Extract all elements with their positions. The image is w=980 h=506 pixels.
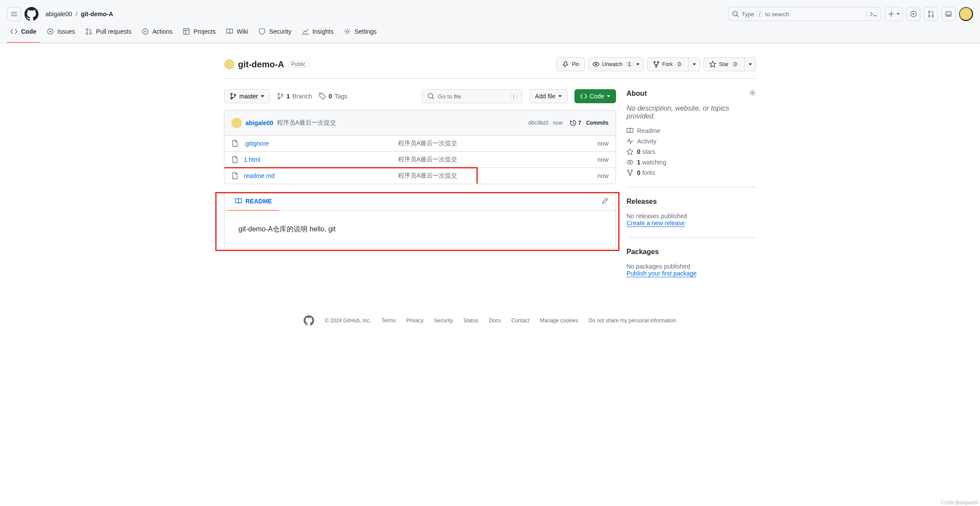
about-settings-button[interactable] (749, 89, 756, 98)
svg-point-15 (657, 61, 659, 63)
create-new-button[interactable] (885, 7, 903, 21)
tags-link[interactable]: 0 Tags (319, 93, 347, 100)
tab-insights[interactable]: Insights (298, 24, 337, 43)
forks-link[interactable]: 0 forks (637, 169, 655, 176)
inbox-button[interactable] (942, 7, 956, 21)
gotofile-placeholder: Go to file (438, 93, 461, 100)
pin-button[interactable]: Pin (556, 57, 585, 71)
star-icon (709, 61, 716, 68)
file-row: 1.html 程序员A最后一次提交 now (224, 152, 616, 168)
svg-point-20 (278, 93, 280, 95)
tab-code[interactable]: Code (7, 24, 40, 43)
github-logo[interactable] (24, 7, 38, 21)
footer-contact[interactable]: Contact (511, 318, 529, 324)
user-avatar-button[interactable] (959, 7, 973, 21)
releases-heading: Releases (626, 198, 657, 206)
eye-icon (626, 159, 634, 166)
tab-wiki[interactable]: Wiki (223, 24, 252, 43)
svg-point-25 (629, 161, 631, 163)
file-list: abigale00 程序员A最后一次提交 d6c36d3 · now 7 Com… (224, 110, 616, 184)
watch-button[interactable]: Unwatch 1 (588, 57, 643, 71)
file-commit-link[interactable]: 程序员A最后一次提交 (398, 172, 565, 180)
repo-link[interactable]: git-demo-A (81, 10, 113, 17)
hamburger-icon (10, 10, 18, 17)
tab-security[interactable]: Security (255, 24, 295, 43)
book-icon (235, 198, 242, 205)
code-button[interactable]: Code (574, 89, 616, 103)
footer-cookies[interactable]: Manage cookies (540, 318, 578, 324)
add-file-button[interactable]: Add file (529, 89, 567, 103)
pulse-icon (626, 138, 634, 145)
goto-file-input[interactable]: Go to file t (422, 89, 522, 103)
create-release-link[interactable]: Create a new release (626, 220, 685, 227)
svg-point-4 (932, 15, 934, 17)
tab-projects[interactable]: Projects (179, 24, 219, 43)
issue-icon (47, 28, 54, 35)
inbox-icon (945, 10, 952, 17)
search-input[interactable]: Type / to search (728, 7, 881, 21)
gear-icon (344, 28, 351, 35)
file-commit-link[interactable]: 程序员A最后一次提交 (398, 140, 565, 147)
code-icon (580, 93, 587, 100)
commit-message-link[interactable]: 程序员A最后一次提交 (277, 119, 336, 127)
svg-point-9 (90, 33, 92, 35)
tab-actions[interactable]: Actions (138, 24, 176, 43)
activity-link[interactable]: Activity (637, 138, 656, 145)
file-commit-link[interactable]: 程序员A最后一次提交 (398, 156, 565, 164)
footer-docs[interactable]: Docs (489, 318, 500, 324)
readme-box: README git-demo-A仓库的说明 hello, git (224, 192, 616, 248)
commit-sha-link[interactable]: d6c36d3 (528, 120, 549, 126)
packages-heading: Packages (626, 248, 659, 256)
branch-count: 1 (287, 93, 290, 100)
file-name-link[interactable]: .gitignore (244, 140, 269, 147)
publish-package-link[interactable]: Publish your first package (626, 270, 696, 277)
footer-privacy[interactable]: Privacy (406, 318, 424, 324)
book-icon (226, 28, 233, 35)
branch-picker[interactable]: master (224, 89, 270, 103)
readme-link[interactable]: Readme (637, 127, 660, 134)
file-name-link[interactable]: 1.html (244, 156, 260, 163)
menu-button[interactable] (7, 7, 21, 21)
footer-dnsmpi[interactable]: Do not share my personal information (588, 318, 676, 324)
owner-link[interactable]: abigale00 (46, 10, 72, 17)
pencil-icon (602, 197, 609, 204)
gotofile-key: t (511, 93, 517, 99)
svg-rect-11 (184, 29, 189, 35)
file-row: .gitignore 程序员A最后一次提交 now (224, 136, 616, 152)
footer-status[interactable]: Status (463, 318, 478, 324)
github-icon (24, 7, 38, 21)
branch-count-label: Branch (293, 93, 312, 100)
watching-link[interactable]: 1 watching (637, 159, 666, 166)
pull-requests-button[interactable] (924, 7, 938, 21)
svg-point-16 (655, 66, 657, 67)
commit-author-link[interactable]: abigale00 (245, 119, 273, 126)
graph-icon (302, 28, 309, 35)
caret-down-icon (693, 63, 696, 65)
issues-button[interactable] (906, 7, 920, 21)
fork-menu-button[interactable] (689, 57, 700, 71)
star-button[interactable]: Star 0 (704, 57, 745, 71)
tab-settings[interactable]: Settings (340, 24, 380, 43)
readme-tab[interactable]: README (228, 192, 279, 211)
tab-pulls-label: Pull requests (96, 28, 131, 35)
stars-link[interactable]: 0 stars (637, 148, 655, 155)
readme-content: git-demo-A仓库的说明 hello, git (224, 211, 616, 248)
file-nav: master 1 Branch 0 Tags Go to file (224, 89, 616, 103)
commit-time: now (553, 120, 563, 126)
tab-pulls[interactable]: Pull requests (82, 24, 135, 43)
fork-button[interactable]: Fork 0 (647, 57, 690, 71)
footer-security[interactable]: Security (434, 318, 453, 324)
star-menu-button[interactable] (745, 57, 756, 71)
slash-key: / (757, 11, 763, 17)
footer-terms[interactable]: Terms (382, 318, 396, 324)
fork-count: 0 (676, 61, 684, 67)
caret-down-icon (607, 95, 610, 97)
branches-link[interactable]: 1 Branch (277, 93, 312, 100)
tab-issues[interactable]: Issues (43, 24, 78, 43)
footer: © 2024 GitHub, Inc. Terms Privacy Securi… (224, 298, 756, 329)
caret-down-icon (558, 95, 562, 97)
edit-readme-button[interactable] (598, 194, 612, 209)
commits-link[interactable]: 7 Commits (570, 119, 609, 126)
file-name-link[interactable]: readme.md (244, 172, 275, 179)
code-label: Code (590, 93, 604, 100)
